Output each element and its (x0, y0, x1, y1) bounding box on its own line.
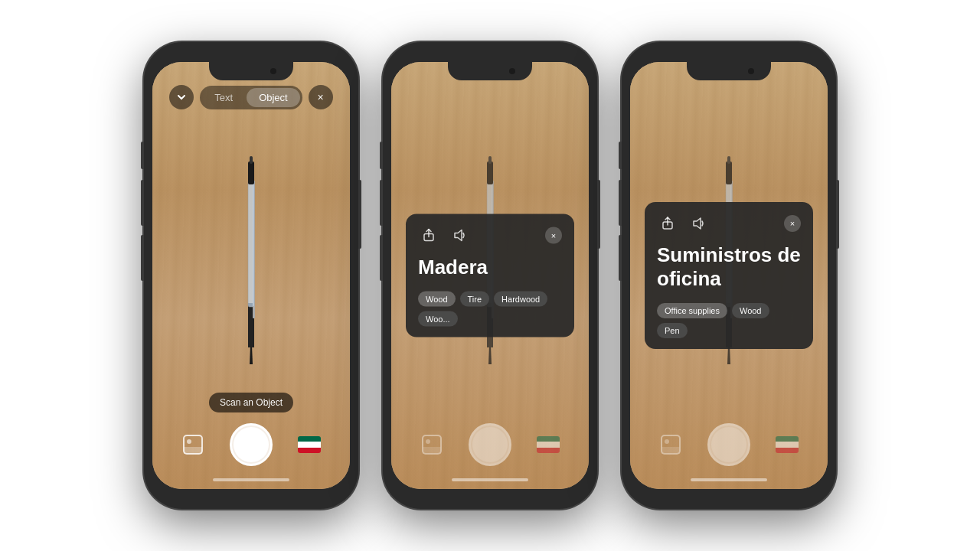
tab-text-1[interactable]: Text (202, 88, 245, 107)
flag-button-2[interactable] (534, 431, 562, 458)
speak-icon-3[interactable] (688, 213, 709, 234)
phone-2: × Madera Wood Tire Hardwood Woo... (383, 42, 597, 509)
screen-1: Text Object × Scan an Object (152, 62, 350, 489)
svg-point-30 (665, 439, 669, 444)
gallery-button-1[interactable] (179, 431, 207, 458)
svg-rect-18 (423, 447, 441, 454)
shutter-button-1[interactable] (230, 423, 273, 466)
chevron-button-1[interactable] (169, 85, 194, 109)
popup-top-bar-2: × (418, 225, 562, 246)
tags-row-2: Wood Tire Hardwood Woo... (418, 292, 562, 327)
tag-tire-2[interactable]: Tire (460, 292, 490, 307)
popup-close-2[interactable]: × (545, 227, 562, 244)
tag-woo-2[interactable]: Woo... (418, 311, 458, 327)
close-button-1[interactable]: × (309, 85, 333, 109)
svg-rect-25 (727, 156, 730, 164)
svg-rect-13 (487, 161, 493, 184)
popup-title-3: Suministros de oficina (657, 243, 801, 291)
bottom-controls-1 (152, 423, 350, 466)
svg-point-8 (187, 439, 191, 444)
svg-rect-14 (488, 156, 492, 164)
speak-icon-2[interactable] (449, 225, 470, 246)
top-bar-1: Text Object × (152, 85, 350, 109)
svg-marker-16 (455, 230, 462, 241)
mexico-flag-2 (537, 436, 560, 453)
tag-hardwood-2[interactable]: Hardwood (494, 292, 547, 307)
tags-row-3: Office supplies Wood Pen (657, 303, 801, 338)
phone-1: Text Object × Scan an Object (144, 42, 358, 509)
tab-object-1[interactable]: Object (247, 88, 300, 107)
shutter-button-2[interactable] (469, 423, 511, 466)
popup-icons-2 (418, 225, 470, 246)
mexico-flag-1 (298, 436, 321, 453)
shutter-button-3[interactable] (707, 423, 750, 466)
svg-rect-4 (248, 161, 254, 184)
notch-2 (448, 62, 532, 80)
result-popup-3: × Suministros de oficina Office supplies… (645, 202, 813, 349)
phone-3: × Suministros de oficina Office supplies… (622, 42, 836, 509)
svg-rect-24 (726, 161, 732, 184)
flag-button-3[interactable] (773, 431, 801, 458)
bottom-controls-3 (630, 423, 828, 466)
svg-rect-3 (248, 181, 254, 307)
share-icon-2[interactable] (418, 225, 439, 246)
gallery-button-2[interactable] (418, 431, 446, 458)
svg-point-19 (426, 439, 430, 444)
popup-icons-3 (657, 213, 709, 234)
share-icon-3[interactable] (657, 213, 678, 234)
tab-group-1: Text Object (200, 86, 302, 109)
screen-2: × Madera Wood Tire Hardwood Woo... (391, 62, 589, 489)
tag-office-3[interactable]: Office supplies (657, 303, 727, 318)
popup-title-2: Madera (418, 256, 562, 279)
scan-label-1: Scan an Object (209, 393, 293, 412)
notch-3 (687, 62, 771, 80)
tag-pen-3[interactable]: Pen (657, 323, 688, 338)
svg-rect-29 (662, 447, 680, 454)
flag-button-1[interactable] (296, 431, 323, 458)
pen-image-1 (240, 119, 262, 364)
tag-wood-3[interactable]: Wood (732, 303, 769, 318)
svg-marker-0 (250, 345, 253, 364)
svg-marker-27 (694, 218, 701, 229)
screen-3: × Suministros de oficina Office supplies… (630, 62, 828, 489)
gallery-button-3[interactable] (657, 431, 684, 458)
notch-1 (209, 62, 293, 80)
svg-rect-5 (250, 156, 253, 164)
bottom-controls-2 (391, 423, 589, 466)
popup-top-bar-3: × (657, 213, 801, 234)
svg-rect-7 (184, 447, 202, 454)
mexico-flag-3 (776, 436, 799, 453)
result-popup-2: × Madera Wood Tire Hardwood Woo... (406, 214, 574, 337)
tag-wood-2[interactable]: Wood (418, 292, 456, 307)
svg-marker-9 (488, 345, 492, 364)
popup-close-3[interactable]: × (784, 215, 801, 232)
